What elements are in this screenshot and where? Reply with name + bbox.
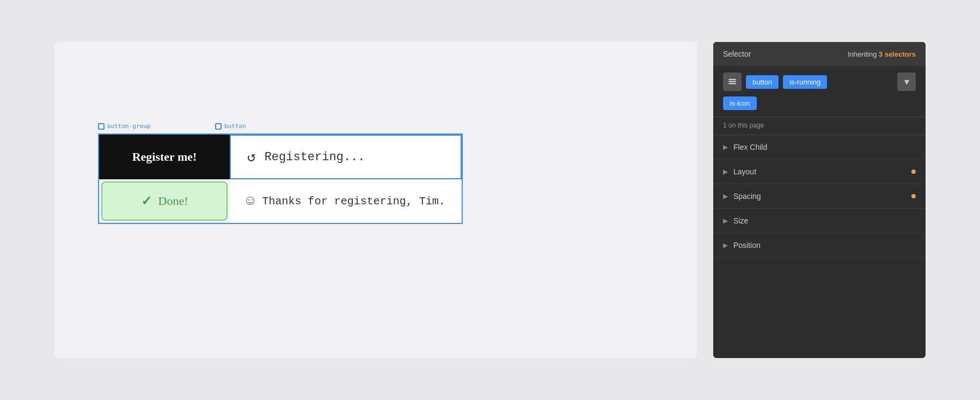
section-layout-label: Layout — [733, 167, 908, 176]
spacing-dot — [911, 194, 916, 198]
done-button[interactable]: ✓ Done! — [101, 181, 228, 221]
thanks-text: Thanks for registering, Tim. — [262, 195, 445, 208]
section-flex-child-label: Flex Child — [733, 143, 916, 151]
tag-button-label: button — [752, 78, 772, 86]
tag-is-running[interactable]: is-running — [783, 75, 827, 89]
chevron-right-layout-icon: ▶ — [723, 168, 728, 175]
smiley-icon: ☺ — [246, 193, 255, 209]
chevron-right-icon: ▶ — [723, 143, 728, 151]
button-group-label-text: button-group — [107, 123, 150, 130]
section-flex-child[interactable]: ▶ Flex Child — [713, 135, 926, 160]
main-container: button-group button Register me! ↺ Regis… — [54, 42, 926, 358]
tag-is-running-label: is-running — [789, 78, 820, 86]
section-size[interactable]: ▶ Size — [713, 209, 926, 233]
done-text: Done! — [158, 194, 188, 208]
layout-dot — [911, 169, 916, 174]
canvas-area: button-group button Register me! ↺ Regis… — [54, 42, 697, 358]
svg-rect-2 — [728, 83, 736, 84]
section-spacing-label: Spacing — [733, 192, 908, 201]
layers-icon — [727, 77, 737, 87]
button-label: button — [215, 123, 246, 130]
section-size-label: Size — [733, 216, 916, 225]
svg-rect-1 — [728, 81, 736, 82]
register-button-text: Register me! — [132, 150, 197, 163]
panel-header: Selector Inheriting 3 selectors — [713, 42, 926, 66]
checkmark-icon: ✓ — [141, 193, 152, 209]
inheriting-count-text: 3 selectors — [879, 50, 916, 58]
spinner-icon: ↺ — [247, 148, 256, 166]
tag-button[interactable]: button — [746, 75, 779, 89]
register-button[interactable]: Register me! — [99, 135, 230, 179]
chevron-right-size-icon: ▶ — [723, 217, 728, 225]
tag-is-icon-label: is-icon — [730, 99, 750, 107]
button-selector-box — [215, 123, 222, 130]
button-group-label: button-group — [98, 123, 150, 130]
thanks-area: ☺ Thanks for registering, Tim. — [230, 179, 462, 223]
tag-is-icon[interactable]: is-icon — [723, 96, 757, 110]
on-page-count: 1 on this page — [713, 117, 926, 135]
inheriting-prefix: Inheriting — [848, 50, 877, 58]
section-layout[interactable]: ▶ Layout — [713, 160, 926, 184]
inheriting-text: Inheriting 3 selectors — [848, 50, 916, 58]
chevron-right-position-icon: ▶ — [723, 241, 728, 249]
button-label-text: button — [224, 123, 246, 130]
panel-title: Selector — [723, 50, 751, 58]
registering-button: ↺ Registering... — [230, 135, 462, 179]
section-position-label: Position — [733, 241, 916, 250]
svg-rect-0 — [728, 79, 736, 80]
dropdown-arrow[interactable]: ▾ — [897, 72, 916, 91]
selector-tags-row1: button is-running ▾ — [713, 66, 926, 96]
registering-text: Registering... — [265, 150, 365, 164]
button-group-selector-box — [98, 123, 105, 130]
on-page-count-text: 1 on this page — [723, 122, 764, 129]
chevron-right-spacing-icon: ▶ — [723, 192, 728, 200]
button-group-container: Register me! ↺ Registering... ✓ Done! ☺ … — [98, 134, 463, 224]
section-spacing[interactable]: ▶ Spacing — [713, 184, 926, 209]
section-position[interactable]: ▶ Position — [713, 233, 926, 258]
right-panel: Selector Inheriting 3 selectors button i… — [713, 42, 926, 358]
tag-icon-button[interactable] — [723, 72, 742, 91]
selector-tags-row2: is-icon — [713, 96, 926, 117]
